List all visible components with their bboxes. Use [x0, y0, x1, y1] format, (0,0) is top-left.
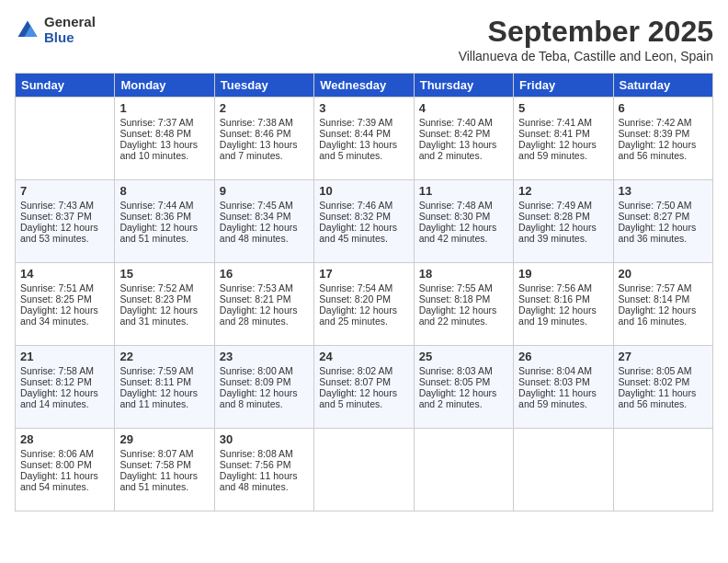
daylight-text: Daylight: 12 hours and 31 minutes.: [119, 304, 209, 327]
calendar-cell: 26Sunrise: 8:04 AMSunset: 8:03 PMDayligh…: [514, 346, 613, 429]
sunrise-text: Sunrise: 8:08 AM: [220, 448, 309, 459]
calendar-body: 1Sunrise: 7:37 AMSunset: 8:48 PMDaylight…: [16, 98, 713, 511]
sunrise-text: Sunrise: 7:54 AM: [319, 282, 408, 293]
calendar-cell: 1Sunrise: 7:37 AMSunset: 8:48 PMDaylight…: [115, 98, 214, 180]
sunrise-text: Sunrise: 7:51 AM: [20, 282, 109, 293]
day-number: 26: [518, 350, 608, 363]
logo-blue-text: Blue: [44, 30, 96, 46]
day-number: 24: [319, 350, 408, 363]
sunset-text: Sunset: 8:20 PM: [319, 293, 408, 304]
calendar-cell: 22Sunrise: 7:59 AMSunset: 8:11 PMDayligh…: [115, 346, 214, 429]
location-title: Villanueva de Teba, Castille and Leon, S…: [459, 49, 713, 63]
sunset-text: Sunset: 8:16 PM: [518, 293, 608, 304]
sunset-text: Sunset: 8:02 PM: [619, 376, 708, 387]
calendar-cell: 6Sunrise: 7:42 AMSunset: 8:39 PMDaylight…: [613, 98, 712, 180]
sunset-text: Sunset: 8:09 PM: [220, 376, 309, 387]
col-wednesday: Wednesday: [314, 74, 414, 98]
daylight-text: Daylight: 11 hours and 48 minutes.: [220, 470, 309, 492]
day-number: 17: [319, 267, 408, 281]
sunset-text: Sunset: 8:44 PM: [319, 128, 408, 139]
calendar-cell: 7Sunrise: 7:43 AMSunset: 8:37 PMDaylight…: [16, 180, 115, 263]
calendar-cell: 13Sunrise: 7:50 AMSunset: 8:27 PMDayligh…: [613, 180, 712, 263]
daylight-text: Daylight: 13 hours and 10 minutes.: [119, 139, 209, 161]
sunset-text: Sunset: 8:46 PM: [220, 128, 309, 139]
sunrise-text: Sunrise: 7:52 AM: [119, 282, 209, 293]
day-number: 29: [119, 432, 209, 446]
calendar-cell: 19Sunrise: 7:56 AMSunset: 8:16 PMDayligh…: [514, 263, 613, 346]
calendar-cell: 18Sunrise: 7:55 AMSunset: 8:18 PMDayligh…: [414, 263, 513, 346]
calendar-cell: 3Sunrise: 7:39 AMSunset: 8:44 PMDaylight…: [314, 98, 414, 180]
sunset-text: Sunset: 7:58 PM: [119, 459, 209, 470]
logo: General Blue: [15, 15, 96, 45]
sunrise-text: Sunrise: 7:56 AM: [518, 282, 608, 293]
page-header: General Blue September 2025 Villanueva d…: [15, 15, 713, 63]
calendar-cell: 10Sunrise: 7:46 AMSunset: 8:32 PMDayligh…: [314, 180, 414, 263]
week-row-2: 7Sunrise: 7:43 AMSunset: 8:37 PMDaylight…: [16, 180, 713, 263]
sunset-text: Sunset: 8:27 PM: [619, 211, 708, 222]
sunset-text: Sunset: 8:25 PM: [20, 293, 109, 304]
daylight-text: Daylight: 13 hours and 7 minutes.: [220, 139, 309, 161]
day-number: 20: [619, 267, 708, 281]
calendar-cell: 2Sunrise: 7:38 AMSunset: 8:46 PMDaylight…: [214, 98, 313, 180]
sunrise-text: Sunrise: 8:04 AM: [518, 365, 608, 376]
daylight-text: Daylight: 12 hours and 48 minutes.: [220, 222, 309, 244]
daylight-text: Daylight: 12 hours and 8 minutes.: [220, 387, 309, 409]
week-row-4: 21Sunrise: 7:58 AMSunset: 8:12 PMDayligh…: [16, 346, 713, 429]
col-tuesday: Tuesday: [214, 74, 313, 98]
daylight-text: Daylight: 12 hours and 19 minutes.: [518, 304, 608, 327]
sunrise-text: Sunrise: 7:37 AM: [119, 117, 209, 128]
daylight-text: Daylight: 11 hours and 54 minutes.: [20, 470, 109, 492]
daylight-text: Daylight: 12 hours and 2 minutes.: [419, 387, 508, 409]
calendar-cell: 29Sunrise: 8:07 AMSunset: 7:58 PMDayligh…: [115, 429, 214, 511]
header-row: Sunday Monday Tuesday Wednesday Thursday…: [16, 74, 713, 98]
daylight-text: Daylight: 12 hours and 59 minutes.: [518, 139, 608, 161]
sunset-text: Sunset: 8:12 PM: [20, 376, 109, 387]
sunrise-text: Sunrise: 8:00 AM: [220, 365, 309, 376]
day-number: 5: [518, 101, 608, 115]
daylight-text: Daylight: 11 hours and 56 minutes.: [619, 387, 708, 409]
day-number: 11: [419, 184, 508, 198]
calendar-cell: 15Sunrise: 7:52 AMSunset: 8:23 PMDayligh…: [115, 263, 214, 346]
sunrise-text: Sunrise: 8:07 AM: [119, 448, 209, 459]
day-number: 8: [119, 184, 209, 198]
calendar-cell: 9Sunrise: 7:45 AMSunset: 8:34 PMDaylight…: [214, 180, 313, 263]
sunset-text: Sunset: 8:00 PM: [20, 459, 109, 470]
calendar-cell: 4Sunrise: 7:40 AMSunset: 8:42 PMDaylight…: [414, 98, 513, 180]
sunset-text: Sunset: 8:37 PM: [20, 211, 109, 222]
daylight-text: Daylight: 12 hours and 36 minutes.: [619, 222, 708, 244]
calendar-cell: 27Sunrise: 8:05 AMSunset: 8:02 PMDayligh…: [613, 346, 712, 429]
title-block: September 2025 Villanueva de Teba, Casti…: [459, 15, 713, 63]
daylight-text: Daylight: 12 hours and 16 minutes.: [619, 304, 708, 327]
calendar-cell: 24Sunrise: 8:02 AMSunset: 8:07 PMDayligh…: [314, 346, 414, 429]
sunset-text: Sunset: 8:03 PM: [518, 376, 608, 387]
sunrise-text: Sunrise: 8:03 AM: [419, 365, 508, 376]
calendar-cell: 21Sunrise: 7:58 AMSunset: 8:12 PMDayligh…: [16, 346, 115, 429]
daylight-text: Daylight: 12 hours and 11 minutes.: [119, 387, 209, 409]
sunset-text: Sunset: 8:32 PM: [319, 211, 408, 222]
calendar-cell: 30Sunrise: 8:08 AMSunset: 7:56 PMDayligh…: [214, 429, 313, 511]
daylight-text: Daylight: 12 hours and 53 minutes.: [20, 222, 109, 244]
day-number: 25: [419, 350, 508, 363]
day-number: 13: [619, 184, 708, 198]
daylight-text: Daylight: 12 hours and 22 minutes.: [419, 304, 508, 327]
sunrise-text: Sunrise: 7:59 AM: [119, 365, 209, 376]
daylight-text: Daylight: 11 hours and 59 minutes.: [518, 387, 608, 409]
calendar-table: Sunday Monday Tuesday Wednesday Thursday…: [15, 73, 713, 511]
calendar-cell: 28Sunrise: 8:06 AMSunset: 8:00 PMDayligh…: [16, 429, 115, 511]
sunrise-text: Sunrise: 7:44 AM: [119, 200, 209, 211]
calendar-cell: 11Sunrise: 7:48 AMSunset: 8:30 PMDayligh…: [414, 180, 513, 263]
sunset-text: Sunset: 8:11 PM: [119, 376, 209, 387]
sunset-text: Sunset: 8:07 PM: [319, 376, 408, 387]
sunset-text: Sunset: 8:42 PM: [419, 128, 508, 139]
day-number: 30: [220, 432, 309, 446]
calendar-cell: [16, 98, 115, 180]
sunrise-text: Sunrise: 7:58 AM: [20, 365, 109, 376]
sunrise-text: Sunrise: 7:42 AM: [619, 117, 708, 128]
sunset-text: Sunset: 8:05 PM: [419, 376, 508, 387]
sunrise-text: Sunrise: 8:06 AM: [20, 448, 109, 459]
sunset-text: Sunset: 8:30 PM: [419, 211, 508, 222]
day-number: 3: [319, 101, 408, 115]
daylight-text: Daylight: 12 hours and 14 minutes.: [20, 387, 109, 409]
daylight-text: Daylight: 12 hours and 5 minutes.: [319, 387, 408, 409]
calendar-cell: 8Sunrise: 7:44 AMSunset: 8:36 PMDaylight…: [115, 180, 214, 263]
